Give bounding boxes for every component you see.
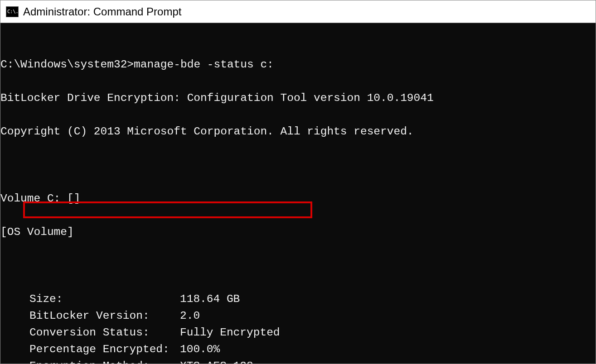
- property-row: BitLocker Version:2.0: [0, 307, 596, 324]
- terminal-output[interactable]: C:\Windows\system32>manage-bde -status c…: [0, 23, 596, 364]
- property-label: Conversion Status:: [29, 324, 180, 341]
- prompt: C:\Windows\system32>: [0, 58, 134, 71]
- tool-version-line: BitLocker Drive Encryption: Configuratio…: [0, 90, 596, 106]
- property-value: 100.0%: [180, 341, 220, 358]
- property-value: 118.64 GB: [180, 291, 240, 307]
- property-label: Percentage Encrypted:: [29, 341, 180, 358]
- blank-line: [0, 257, 596, 274]
- command: manage-bde -status c:: [134, 58, 274, 71]
- property-label: BitLocker Version:: [29, 307, 180, 324]
- blank-line: [0, 157, 596, 173]
- property-value: 2.0: [180, 307, 200, 324]
- property-label: Encryption Method:: [29, 358, 180, 364]
- property-label: Size:: [29, 291, 180, 307]
- volume-type: [OS Volume]: [0, 224, 596, 240]
- copyright-line: Copyright (C) 2013 Microsoft Corporation…: [0, 123, 596, 140]
- cmd-icon: C:\.: [6, 6, 19, 17]
- property-value: XTS-AES 128: [180, 358, 253, 364]
- property-row: Percentage Encrypted:100.0%: [0, 341, 596, 358]
- property-row: Encryption Method:XTS-AES 128: [0, 358, 596, 364]
- window-title: Administrator: Command Prompt: [23, 5, 181, 18]
- property-row: Size:118.64 GB: [0, 291, 596, 307]
- property-row: Conversion Status:Fully Encrypted: [0, 324, 596, 341]
- title-bar[interactable]: C:\. Administrator: Command Prompt: [0, 0, 596, 23]
- property-value: Fully Encrypted: [180, 324, 280, 341]
- volume-header: Volume C: []: [0, 190, 596, 207]
